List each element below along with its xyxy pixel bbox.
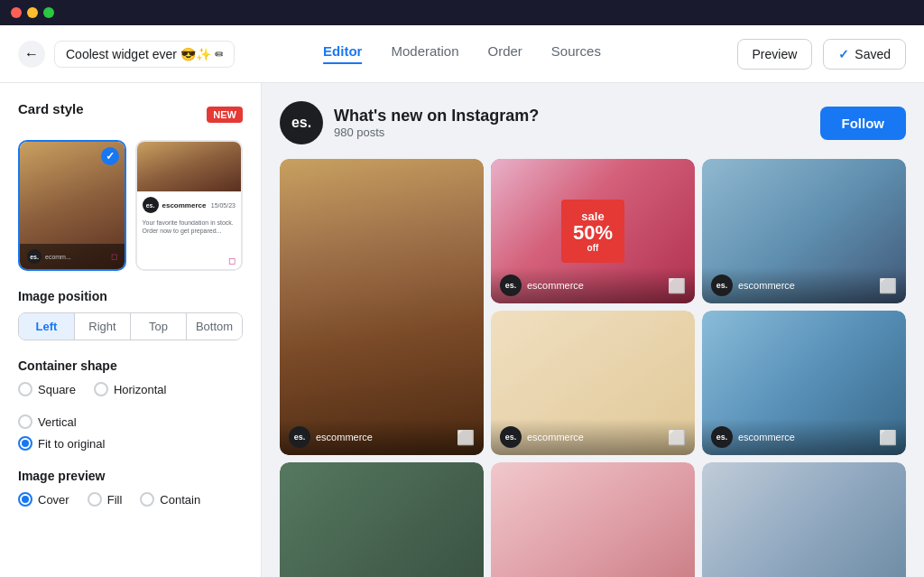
- image-preview-options: Cover Fill Contain: [18, 492, 243, 507]
- card-p2-logo-row: es. escommerce 15/05/23: [137, 191, 242, 219]
- shape-vertical-radio[interactable]: [18, 414, 32, 429]
- post-1-ig-icon: ⬜: [457, 429, 475, 446]
- card-p1-bottom: es. ecomm... ◻: [20, 244, 125, 269]
- preview-button[interactable]: Preview: [737, 39, 813, 70]
- card-p1-logo: es.: [27, 249, 42, 264]
- position-top-button[interactable]: Top: [131, 313, 187, 340]
- shape-vertical[interactable]: Vertical: [18, 414, 77, 429]
- tab-editor[interactable]: Editor: [323, 43, 362, 64]
- post-card-4[interactable]: es. escommerce ⬜: [491, 311, 695, 455]
- widget-header: es. What's new on Instagram? 980 posts F…: [280, 101, 906, 144]
- post-img-group: [702, 462, 906, 577]
- position-bottom-button[interactable]: Bottom: [187, 313, 242, 340]
- card-preview-list: es. escommerce 15/05/23 Your favorite fo…: [137, 142, 242, 269]
- tab-sources[interactable]: Sources: [551, 43, 601, 64]
- post-5-username: escommerce: [738, 432, 795, 442]
- shape-fit-original-radio[interactable]: [18, 436, 32, 451]
- title-bar: [0, 0, 924, 25]
- preview-fill-label: Fill: [107, 493, 123, 507]
- image-position-section: Image position Left Right Top Bottom: [18, 289, 243, 340]
- post-3-overlay: es. escommerce ⬜: [702, 267, 906, 303]
- sidebar: Card style NEW es. ecomm... ◻ ✓: [0, 83, 262, 577]
- preview-cover-radio[interactable]: [18, 492, 32, 507]
- shape-horizontal-label: Horizontal: [114, 383, 167, 396]
- post-card-2[interactable]: sale 50% off es. escommerce ⬜: [491, 159, 695, 303]
- tab-moderation[interactable]: Moderation: [391, 43, 458, 64]
- check-icon: ✓: [838, 47, 849, 61]
- preview-contain-radio[interactable]: [140, 492, 154, 507]
- profile-logo: es.: [280, 101, 323, 144]
- post-3-profile: es. escommerce: [711, 275, 795, 296]
- post-4-username: escommerce: [527, 432, 584, 442]
- preview-fill[interactable]: Fill: [88, 492, 123, 507]
- close-button[interactable]: [11, 7, 22, 18]
- post-card-1[interactable]: es. escommerce ⬜: [280, 159, 484, 455]
- post-img-flowers: [491, 462, 695, 577]
- container-shape-options: Square Horizontal Vertical: [18, 382, 243, 429]
- card-p2-img: [137, 142, 242, 191]
- shape-square-radio[interactable]: [18, 382, 32, 396]
- post-2-logo: es.: [500, 275, 522, 296]
- post-5-profile: es. escommerce: [711, 426, 795, 448]
- post-img-store: [280, 462, 484, 577]
- widget-profile: es. What's new on Instagram? 980 posts: [280, 101, 539, 144]
- sale-off: off: [587, 243, 599, 253]
- post-3-username: escommerce: [738, 280, 795, 291]
- post-card-3[interactable]: es. escommerce ⬜: [702, 159, 906, 303]
- post-2-profile: es. escommerce: [500, 275, 584, 296]
- preview-contain[interactable]: Contain: [140, 492, 200, 507]
- preview-fill-radio[interactable]: [88, 492, 102, 507]
- post-4-overlay: es. escommerce ⬜: [491, 419, 695, 455]
- saved-label: Saved: [855, 47, 891, 61]
- card-style-label: Card style: [18, 101, 84, 116]
- tab-order[interactable]: Order: [488, 43, 522, 64]
- container-shape-label: Container shape: [18, 358, 243, 373]
- profile-info: What's new on Instagram? 980 posts: [334, 107, 539, 139]
- follow-button[interactable]: Follow: [820, 107, 907, 140]
- post-5-overlay: es. escommerce ⬜: [702, 419, 906, 455]
- post-img-portrait: [280, 159, 484, 455]
- main-layout: Card style NEW es. ecomm... ◻ ✓: [0, 83, 924, 577]
- position-right-button[interactable]: Right: [75, 313, 131, 340]
- position-left-button[interactable]: Left: [19, 313, 75, 340]
- shape-square[interactable]: Square: [18, 382, 76, 396]
- profile-initials: es.: [291, 115, 311, 131]
- card-p1-ig-icon: ◻: [111, 252, 117, 261]
- post-card-6[interactable]: [280, 462, 484, 577]
- shape-horizontal[interactable]: Horizontal: [94, 382, 167, 396]
- shape-fit-original[interactable]: Fit to original: [18, 436, 243, 451]
- post-5-logo: es.: [711, 426, 733, 448]
- post-count: 980 posts: [334, 126, 539, 139]
- post-3-ig-icon: ⬜: [879, 277, 897, 294]
- post-2-username: escommerce: [527, 280, 584, 291]
- content-area: es. What's new on Instagram? 980 posts F…: [262, 83, 924, 577]
- post-1-username: escommerce: [316, 432, 373, 442]
- post-card-8[interactable]: [702, 462, 906, 577]
- sale-badge: sale 50% off: [561, 200, 624, 263]
- post-4-profile: es. escommerce: [500, 426, 584, 448]
- card-option-list[interactable]: es. escommerce 15/05/23 Your favorite fo…: [135, 140, 244, 271]
- card-p2-date: 15/05/23: [211, 202, 236, 209]
- shape-fit-original-label: Fit to original: [38, 437, 105, 451]
- preview-cover-label: Cover: [38, 493, 69, 507]
- post-4-logo: es.: [500, 426, 522, 448]
- posts-grid: es. escommerce ⬜ sale 50% off: [280, 159, 906, 577]
- card-option-portrait[interactable]: es. ecomm... ◻ ✓: [18, 140, 126, 271]
- preview-cover[interactable]: Cover: [18, 492, 69, 507]
- card-p1-username: ecomm...: [45, 254, 71, 260]
- minimize-button[interactable]: [27, 7, 38, 18]
- post-card-5[interactable]: es. escommerce ⬜: [702, 311, 906, 455]
- post-2-overlay: es. escommerce ⬜: [491, 267, 695, 303]
- saved-button[interactable]: ✓ Saved: [823, 39, 906, 70]
- instagram-icon: ◻: [228, 256, 236, 265]
- post-1-overlay: es. escommerce ⬜: [280, 419, 484, 455]
- image-preview-label: Image preview: [18, 469, 243, 483]
- shape-square-label: Square: [38, 383, 76, 396]
- maximize-button[interactable]: [43, 7, 54, 18]
- container-shape-section: Container shape Square Horizontal Vertic…: [18, 358, 243, 451]
- post-card-7[interactable]: [491, 462, 695, 577]
- widget-title-input[interactable]: [54, 41, 235, 68]
- shape-horizontal-radio[interactable]: [94, 382, 108, 396]
- back-button[interactable]: ←: [18, 41, 45, 68]
- image-position-label: Image position: [18, 289, 243, 303]
